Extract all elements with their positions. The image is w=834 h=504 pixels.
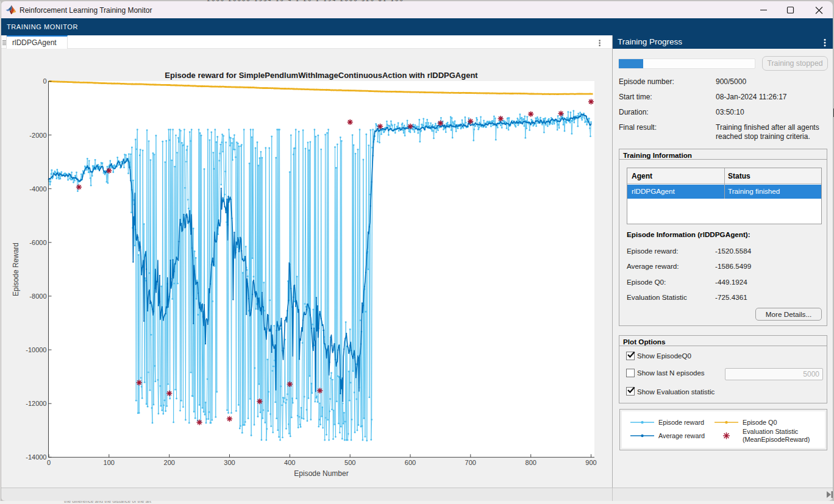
- svg-text:-2000: -2000: [29, 132, 46, 139]
- svg-text:Episode reward for SimplePendl: Episode reward for SimplePendlumWithImag…: [165, 71, 478, 80]
- svg-text:0: 0: [47, 459, 51, 466]
- svg-text:-14000: -14000: [26, 453, 46, 461]
- svg-text:200: 200: [164, 459, 175, 466]
- svg-text:700: 700: [465, 459, 476, 466]
- svg-text:400: 400: [284, 459, 295, 466]
- svg-text:-6000: -6000: [29, 239, 46, 246]
- svg-text:900: 900: [585, 459, 596, 466]
- svg-text:500: 500: [344, 459, 355, 466]
- svg-text:300: 300: [224, 459, 235, 466]
- svg-text:-10000: -10000: [26, 346, 46, 353]
- svg-text:-8000: -8000: [29, 293, 46, 300]
- svg-text:-12000: -12000: [26, 400, 46, 407]
- svg-text:0: 0: [43, 77, 46, 85]
- svg-text:800: 800: [526, 459, 536, 466]
- svg-text:-4000: -4000: [29, 185, 46, 193]
- svg-text:100: 100: [104, 459, 115, 466]
- svg-text:600: 600: [405, 459, 416, 466]
- svg-text:Episode Reward: Episode Reward: [12, 243, 20, 296]
- svg-text:Episode Number: Episode Number: [294, 469, 348, 478]
